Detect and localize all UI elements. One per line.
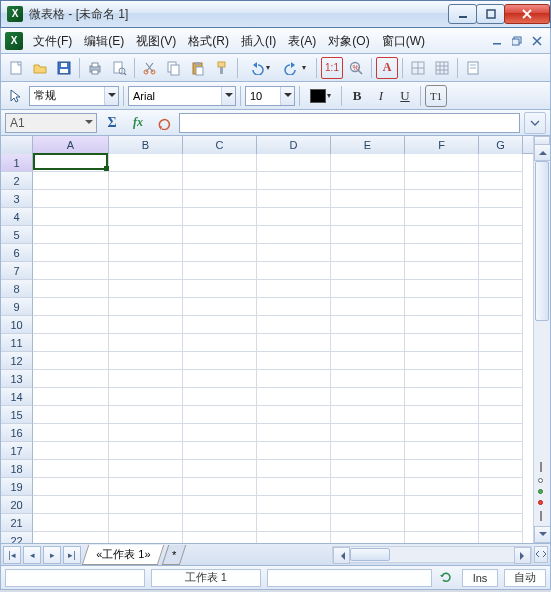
cell[interactable] [331, 226, 405, 244]
cell[interactable] [109, 172, 183, 190]
cell[interactable] [257, 298, 331, 316]
cell[interactable] [33, 334, 109, 352]
cell[interactable] [331, 352, 405, 370]
cell[interactable] [183, 244, 257, 262]
cell[interactable] [33, 172, 109, 190]
cell[interactable] [257, 208, 331, 226]
select-all-corner[interactable] [1, 136, 33, 154]
cell[interactable] [257, 280, 331, 298]
cell[interactable] [33, 532, 109, 544]
cell[interactable] [405, 424, 479, 442]
cell[interactable] [257, 334, 331, 352]
cell[interactable] [33, 226, 109, 244]
cell[interactable] [331, 478, 405, 496]
row-header[interactable]: 18 [1, 460, 33, 478]
hscroll-track[interactable] [350, 547, 514, 562]
cell[interactable] [109, 262, 183, 280]
cell[interactable] [405, 352, 479, 370]
cell[interactable] [257, 442, 331, 460]
sum-button[interactable]: Σ [101, 112, 123, 134]
menu-insert[interactable]: 插入(I) [235, 30, 282, 52]
cell[interactable] [479, 406, 523, 424]
cancel-formula-button[interactable] [153, 112, 175, 134]
size-dropdown[interactable]: 10 [245, 86, 295, 106]
save-button[interactable] [53, 57, 75, 79]
cell[interactable] [405, 442, 479, 460]
cell[interactable] [405, 478, 479, 496]
cell[interactable] [257, 460, 331, 478]
cell[interactable] [257, 316, 331, 334]
menu-table[interactable]: 表(A) [282, 30, 322, 52]
cell[interactable] [183, 226, 257, 244]
scroll-right-button[interactable] [514, 547, 531, 564]
italic-button[interactable]: I [370, 85, 392, 107]
cell[interactable] [33, 154, 109, 172]
cell[interactable] [183, 424, 257, 442]
vscroll-thumb[interactable] [535, 161, 549, 321]
row-header[interactable]: 14 [1, 388, 33, 406]
cell[interactable] [405, 298, 479, 316]
cell[interactable] [331, 334, 405, 352]
cell[interactable] [479, 388, 523, 406]
page-layout-button[interactable] [462, 57, 484, 79]
cell[interactable] [183, 370, 257, 388]
cell[interactable] [33, 352, 109, 370]
cell[interactable] [33, 442, 109, 460]
cell[interactable] [257, 190, 331, 208]
expand-formula-button[interactable] [524, 112, 546, 134]
status-auto[interactable]: 自动 [504, 569, 546, 587]
row-header[interactable]: 9 [1, 298, 33, 316]
cell[interactable] [331, 316, 405, 334]
cell[interactable] [33, 406, 109, 424]
cell[interactable] [109, 280, 183, 298]
cell[interactable] [33, 514, 109, 532]
mdi-minimize-button[interactable] [488, 33, 506, 49]
bold-button[interactable]: B [346, 85, 368, 107]
nav-dot[interactable] [538, 478, 543, 483]
cell[interactable] [479, 298, 523, 316]
scroll-left-button[interactable] [333, 547, 350, 564]
cell[interactable] [331, 460, 405, 478]
column-header[interactable]: B [109, 136, 183, 154]
cell[interactable] [33, 190, 109, 208]
cell[interactable] [479, 190, 523, 208]
menu-app-icon[interactable]: X [5, 32, 23, 50]
cell[interactable] [405, 514, 479, 532]
cell[interactable] [405, 460, 479, 478]
cell[interactable] [331, 388, 405, 406]
tab-first-button[interactable]: |◂ [3, 546, 21, 564]
tab-last-button[interactable]: ▸| [63, 546, 81, 564]
column-header[interactable]: A [33, 136, 109, 154]
column-header[interactable]: G [479, 136, 523, 154]
cell[interactable] [479, 316, 523, 334]
cell[interactable] [183, 316, 257, 334]
cell[interactable] [257, 172, 331, 190]
cell[interactable] [257, 154, 331, 172]
cell[interactable] [479, 244, 523, 262]
cell[interactable] [405, 244, 479, 262]
cell[interactable] [109, 244, 183, 262]
cell[interactable] [109, 370, 183, 388]
cell[interactable] [479, 424, 523, 442]
cell[interactable] [405, 388, 479, 406]
cell[interactable] [109, 532, 183, 544]
cell[interactable] [33, 244, 109, 262]
cell[interactable] [109, 514, 183, 532]
hscroll-thumb[interactable] [350, 548, 390, 561]
cell[interactable] [33, 460, 109, 478]
row-header[interactable]: 6 [1, 244, 33, 262]
cell[interactable] [183, 388, 257, 406]
cell[interactable] [183, 460, 257, 478]
cell[interactable] [257, 388, 331, 406]
vsplit-handle[interactable] [534, 136, 550, 144]
cell[interactable] [257, 352, 331, 370]
cell[interactable] [331, 280, 405, 298]
cell[interactable] [331, 298, 405, 316]
copy-button[interactable] [163, 57, 185, 79]
sheet-tab-new[interactable]: * [162, 545, 187, 565]
row-header[interactable]: 3 [1, 190, 33, 208]
cell[interactable] [479, 154, 523, 172]
undo-button[interactable]: ▾ [242, 57, 276, 79]
cell[interactable] [109, 154, 183, 172]
cell[interactable] [257, 370, 331, 388]
